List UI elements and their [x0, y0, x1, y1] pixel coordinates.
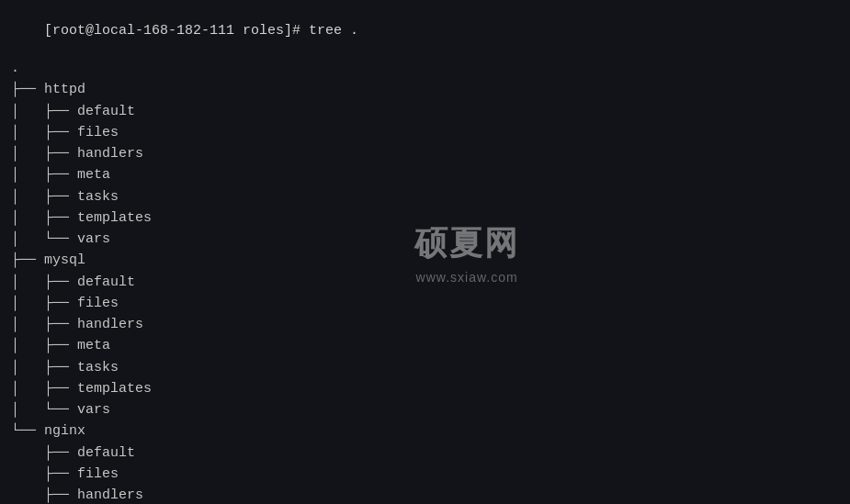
- tree-item: │ ├── meta: [11, 335, 839, 356]
- prompt-line: [root@local-168-182-111 roles]# tree .: [11, 7, 839, 54]
- tree-item: │ └── vars: [11, 399, 839, 420]
- tree-role-nginx: └── nginx: [11, 420, 839, 442]
- tree-item: │ ├── tasks: [11, 357, 839, 378]
- tree-item: ├── files: [11, 464, 839, 485]
- tree-item: ├── default: [11, 442, 839, 464]
- tree-item: │ ├── handlers: [11, 314, 839, 335]
- tree-item: │ ├── files: [11, 293, 839, 314]
- terminal-window: [root@local-168-182-111 roles]# tree . .…: [0, 0, 850, 504]
- tree-item: │ ├── templates: [11, 207, 839, 229]
- tree-item: ├── handlers: [11, 485, 839, 504]
- tree-root: .: [11, 58, 839, 79]
- tree-role-httpd: ├── httpd: [11, 79, 839, 100]
- tree-item: │ ├── meta: [11, 164, 839, 185]
- tree-item: │ ├── templates: [11, 378, 839, 399]
- tree-item: │ ├── default: [11, 101, 839, 122]
- tree-output: . ├── httpd │ ├── default │ ├── files │ …: [11, 58, 839, 504]
- prompt-text: [root@local-168-182-111 roles]# tree .: [44, 23, 358, 39]
- tree-item: │ ├── handlers: [11, 143, 839, 164]
- tree-item: │ ├── tasks: [11, 186, 839, 207]
- tree-item: │ ├── default: [11, 272, 839, 293]
- tree-role-mysql: ├── mysql: [11, 250, 839, 271]
- tree-item: │ └── vars: [11, 229, 839, 250]
- tree-item: │ ├── files: [11, 122, 839, 143]
